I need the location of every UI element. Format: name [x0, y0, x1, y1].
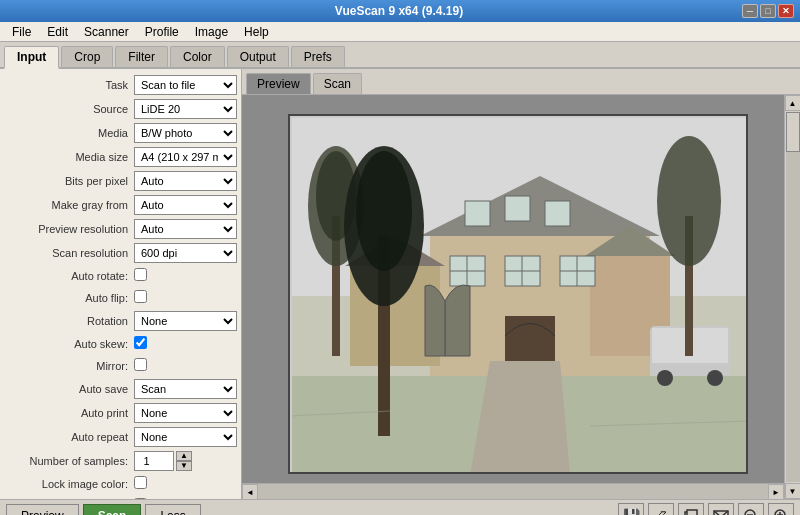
num-samples-control[interactable]: ▲ ▼ [134, 451, 237, 471]
auto-skew-control[interactable] [134, 336, 237, 352]
mirror-checkbox[interactable] [134, 358, 147, 371]
media-size-select[interactable]: A4 (210 x 297 mm) [134, 147, 237, 167]
tab-color[interactable]: Color [170, 46, 225, 67]
auto-repeat-control[interactable]: None [134, 427, 237, 447]
auto-print-control[interactable]: None [134, 403, 237, 423]
auto-print-select[interactable]: None [134, 403, 237, 423]
make-gray-control[interactable]: Auto [134, 195, 237, 215]
print-icon-button[interactable]: 🖨 [648, 503, 674, 516]
titlebar-controls: ─ □ ✕ [742, 4, 794, 18]
scan-button[interactable]: Scan [83, 504, 142, 516]
close-button[interactable]: ✕ [778, 4, 794, 18]
source-select[interactable]: LiDE 20 [134, 99, 237, 119]
tab-prefs[interactable]: Prefs [291, 46, 345, 67]
tab-filter[interactable]: Filter [115, 46, 168, 67]
scroll-up-button[interactable]: ▲ [785, 95, 801, 111]
auto-repeat-select[interactable]: None [134, 427, 237, 447]
media-select[interactable]: B/W photo [134, 123, 237, 143]
lock-image-color-control[interactable] [134, 476, 237, 492]
menu-file[interactable]: File [4, 23, 39, 41]
minimize-button[interactable]: ─ [742, 4, 758, 18]
bits-per-pixel-control[interactable]: Auto [134, 171, 237, 191]
svg-rect-20 [545, 201, 570, 226]
menu-image[interactable]: Image [187, 23, 236, 41]
menu-edit[interactable]: Edit [39, 23, 76, 41]
menu-help[interactable]: Help [236, 23, 277, 41]
scroll-track[interactable] [786, 112, 800, 482]
default-options-control[interactable] [134, 498, 237, 499]
less-button[interactable]: Less [145, 504, 200, 516]
preview-image-container [252, 105, 784, 483]
tab-input[interactable]: Input [4, 46, 59, 69]
scroll-left-button[interactable]: ◄ [242, 484, 258, 499]
task-label: Task [4, 79, 134, 91]
auto-rotate-control[interactable] [134, 268, 237, 284]
preview-resolution-select[interactable]: Auto [134, 219, 237, 239]
task-control[interactable]: Scan to file [134, 75, 237, 95]
auto-save-row: Auto save Scan [0, 377, 241, 401]
maximize-button[interactable]: □ [760, 4, 776, 18]
source-label: Source [4, 103, 134, 115]
media-size-control[interactable]: A4 (210 x 297 mm) [134, 147, 237, 167]
vertical-scrollbar[interactable]: ▲ ▼ [784, 95, 800, 499]
task-select[interactable]: Scan to file [134, 75, 237, 95]
scroll-right-button[interactable]: ► [768, 484, 784, 499]
auto-save-control[interactable]: Scan [134, 379, 237, 399]
bits-per-pixel-select[interactable]: Auto [134, 171, 237, 191]
auto-save-select[interactable]: Scan [134, 379, 237, 399]
bits-per-pixel-label: Bits per pixel [4, 175, 134, 187]
tab-scan[interactable]: Scan [313, 73, 362, 94]
copy-icon [683, 508, 699, 516]
tab-preview[interactable]: Preview [246, 73, 311, 94]
zoom-in-icon [773, 508, 789, 516]
preview-area: ▲ ▼ [242, 95, 800, 499]
auto-repeat-label: Auto repeat [4, 431, 134, 443]
media-label: Media [4, 127, 134, 139]
auto-rotate-checkbox[interactable] [134, 268, 147, 281]
menu-profile[interactable]: Profile [137, 23, 187, 41]
scan-resolution-control[interactable]: 600 dpi [134, 243, 237, 263]
media-control[interactable]: B/W photo [134, 123, 237, 143]
auto-skew-checkbox[interactable] [134, 336, 147, 349]
hscroll-track[interactable] [258, 484, 768, 499]
tab-output[interactable]: Output [227, 46, 289, 67]
lock-image-color-checkbox[interactable] [134, 476, 147, 489]
email-icon-button[interactable] [708, 503, 734, 516]
preview-resolution-control[interactable]: Auto [134, 219, 237, 239]
tab-crop[interactable]: Crop [61, 46, 113, 67]
scan-resolution-row: Scan resolution 600 dpi [0, 241, 241, 265]
zoom-in-icon-button[interactable] [768, 503, 794, 516]
menu-scanner[interactable]: Scanner [76, 23, 137, 41]
auto-skew-row: Auto skew: [0, 333, 241, 355]
scroll-down-button[interactable]: ▼ [785, 483, 801, 499]
main-tabs: Input Crop Filter Color Output Prefs [0, 42, 800, 69]
right-panel: Preview Scan ▲ ▼ [242, 69, 800, 499]
scroll-thumb[interactable] [786, 112, 800, 152]
num-samples-input[interactable] [134, 451, 174, 471]
rotation-select[interactable]: None [134, 311, 237, 331]
num-samples-label: Number of samples: [4, 455, 134, 467]
zoom-out-icon-button[interactable] [738, 503, 764, 516]
spinner-down[interactable]: ▼ [176, 461, 192, 471]
bits-per-pixel-row: Bits per pixel Auto [0, 169, 241, 193]
auto-flip-control[interactable] [134, 290, 237, 306]
make-gray-select[interactable]: Auto [134, 195, 237, 215]
make-gray-row: Make gray from Auto [0, 193, 241, 217]
mirror-control[interactable] [134, 358, 237, 374]
media-size-row: Media size A4 (210 x 297 mm) [0, 145, 241, 169]
source-row: Source LiDE 20 [0, 97, 241, 121]
preview-image [288, 114, 748, 474]
media-size-label: Media size [4, 151, 134, 163]
save-icon-button[interactable]: 💾 [618, 503, 644, 516]
copy-icon-button[interactable] [678, 503, 704, 516]
svg-point-33 [356, 151, 412, 271]
scan-resolution-select[interactable]: 600 dpi [134, 243, 237, 263]
preview-button[interactable]: Preview [6, 504, 79, 516]
spinner-up[interactable]: ▲ [176, 451, 192, 461]
source-control[interactable]: LiDE 20 [134, 99, 237, 119]
default-options-checkbox[interactable] [134, 498, 147, 499]
scan-resolution-label: Scan resolution [4, 247, 134, 259]
rotation-control[interactable]: None [134, 311, 237, 331]
horizontal-scrollbar[interactable]: ◄ ► [242, 483, 784, 499]
auto-flip-checkbox[interactable] [134, 290, 147, 303]
